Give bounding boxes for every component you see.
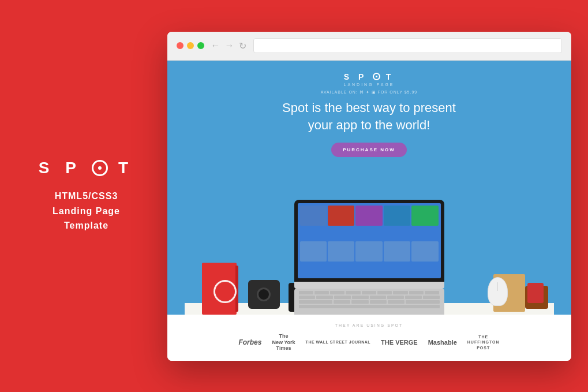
screen-thumb-3 [355,206,382,226]
press-logo-huffpost: THEHUFFINGTONPOST [467,334,500,350]
screen-thumb-1 [300,206,327,226]
available-text: AVAILABLE ON: ⌘ ✦ ▣ FOR ONLY $5.99 [321,90,417,95]
tagline: HTML5/CSS3 Landing Page Template [53,189,120,233]
screen-thumb-2 [328,206,354,226]
coffee-cup-object [525,286,548,309]
keyboard-row-4 [299,305,440,308]
screen-content [298,203,441,278]
dot-green[interactable] [197,42,204,49]
desk-scene [185,166,554,314]
browser-dots [177,42,204,49]
notebook-object [202,263,237,315]
pen-cup-object [527,283,544,303]
laptop-screen-wrapper [294,200,444,282]
laptop-base [294,282,444,289]
website-content: S P T LANDING PAGE AVAILABLE ON: ⌘ ✦ ▣ F… [167,61,571,361]
laptop-keyboard [294,289,444,315]
screen-thumb-5 [411,206,438,226]
press-logos: Forbes TheNew YorkTimes THE WALL STREET … [238,333,499,352]
site-subtitle: LANDING PAGE [344,83,395,87]
brand-logo: S P T [39,159,134,177]
screen-thumb-4 [384,206,410,226]
notepad-object [493,274,525,312]
press-logo-verge: THE VERGE [381,339,418,346]
press-label: THEY ARE USING SPOT [335,323,403,327]
purchase-button[interactable]: PURCHASE NOW [331,143,407,157]
keyboard-row-1 [299,291,440,294]
address-bar[interactable] [253,38,562,53]
hero-headline: Spot is the best way to present your app… [282,99,456,135]
keyboard-rows [294,289,444,311]
site-logo: S P T LANDING PAGE [344,72,395,87]
forward-button[interactable]: → [225,40,234,51]
press-logo-mashable: Mashable [428,339,457,346]
hero-section: S P T LANDING PAGE AVAILABLE ON: ⌘ ✦ ▣ F… [167,61,571,315]
press-logo-nyt: TheNew YorkTimes [272,333,295,352]
site-logo-text: S P T [344,72,395,81]
mouse-object [488,277,508,306]
camera-object [248,280,280,309]
screen-thumb-9 [384,241,410,262]
press-logo-wsj: THE WALL STREET JOURNAL [306,340,370,344]
keyboard-row-3 [299,300,440,304]
earphones-object [214,280,237,303]
keyboard-row-2 [299,296,440,299]
screen-thumb-10 [411,241,438,262]
press-section: THEY ARE USING SPOT Forbes TheNew YorkTi… [167,315,571,361]
camera-lens [257,288,271,301]
browser-chrome: ← → ↻ [167,32,571,61]
logo-o-icon [92,160,108,176]
site-logo-o-icon [373,73,380,80]
press-logo-forbes: Forbes [238,338,261,346]
laptop-object [294,200,444,315]
browser-window: ← → ↻ S P T LANDING PAGE AVAILABLE ON: ⌘… [167,32,571,361]
brand-logo-text: S P T [39,159,134,177]
dot-red[interactable] [177,42,183,49]
back-button[interactable]: ← [211,40,220,51]
screen-thumb-8 [355,241,382,262]
laptop-screen [298,203,441,278]
dot-yellow[interactable] [187,42,194,49]
screen-thumb-7 [328,241,354,262]
screen-thumb-6 [300,241,327,262]
left-panel: S P T HTML5/CSS3 Landing Page Template [6,136,167,256]
refresh-button[interactable]: ↻ [239,40,246,51]
browser-nav: ← → ↻ [211,40,246,51]
